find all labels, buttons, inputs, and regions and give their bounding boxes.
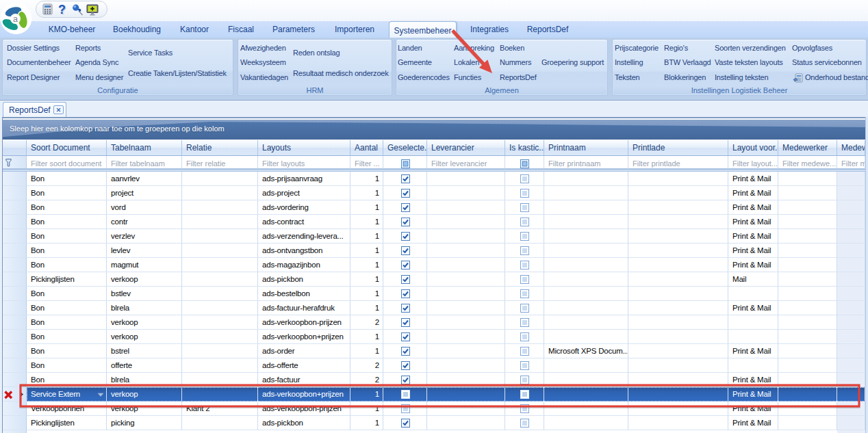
svg-text:a: a bbox=[13, 14, 18, 24]
